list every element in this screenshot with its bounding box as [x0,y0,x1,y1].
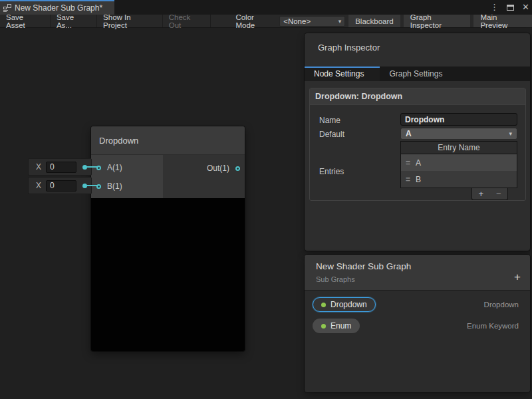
entries-list-header: Entry Name [401,142,517,154]
save-as-button[interactable]: Save As... [51,15,97,27]
port-b-value-input[interactable] [46,180,76,192]
dropdown-node[interactable]: Dropdown A(1) B(1) Out(1) [91,126,245,351]
port-b-value-widget: X [28,177,92,194]
check-out-button: Check Out [163,15,211,27]
wire-b [84,185,98,186]
property-dot-icon [321,324,326,329]
entry-row-b[interactable]: = B [401,171,517,188]
inspector-tabs: Node Settings Graph Settings [305,66,530,81]
input-port-a[interactable]: A(1) [96,163,122,172]
section-title: Dropdown: Dropdown [315,92,402,101]
default-dropdown[interactable]: A ▾ [400,128,517,140]
entry-row-a[interactable]: = A [401,154,517,171]
blackboard-toggle-button[interactable]: Blackboard [348,15,400,27]
color-mode-label: Color Mode [231,15,279,27]
remove-entry-button[interactable]: − [496,189,501,199]
input-port-b[interactable]: B(1) [96,182,122,191]
property-pill-dropdown[interactable]: Dropdown [313,297,376,312]
tab-title: New Shader Sub Graph* [15,3,102,13]
graph-inspector-toggle-button[interactable]: Graph Inspector [404,15,471,27]
node-preview [91,198,245,351]
add-entry-button[interactable]: + [478,189,483,199]
wire-a [84,166,98,168]
entries-list-footer: + − [471,188,508,200]
save-asset-button[interactable]: Save Asset [0,15,51,27]
toolbar: Save Asset Save As... Show In Project Ch… [0,15,532,28]
entries-label: Entries [319,167,344,176]
inspector-title: Graph Inspector [305,33,530,66]
main-preview-toggle-button[interactable]: Main Preview [473,15,532,27]
tab-node-settings[interactable]: Node Settings [305,66,380,81]
entries-list: Entry Name = A = B [400,141,517,188]
chevron-down-icon: ▾ [338,18,342,25]
port-a-value-input[interactable] [46,162,76,173]
property-name: Dropdown [331,300,367,309]
blackboard-subtitle: Sub Graphs [316,275,530,283]
chevron-down-icon: ▾ [509,130,512,137]
add-property-button[interactable]: + [514,271,521,283]
blackboard-panel: New Shader Sub Graph Sub Graphs + Dropdo… [305,255,530,392]
axis-x-label: X [36,162,41,172]
property-type-label: Dropdown [484,301,519,309]
toolbar-right-group: Blackboard Graph Inspector Main Preview [345,15,532,27]
port-b-label: B(1) [107,182,122,191]
entry-name: A [416,158,421,168]
property-type-label: Enum Keyword [467,322,519,330]
name-input[interactable] [400,113,517,126]
node-body: A(1) B(1) Out(1) [91,155,245,198]
port-out-icon[interactable] [235,166,240,171]
name-label: Name [319,116,340,125]
drag-handle-icon[interactable]: = [406,158,410,168]
blackboard-row-enum: Enum Enum Keyword [305,319,530,333]
show-in-project-button[interactable]: Show In Project [97,15,163,27]
port-out-label: Out(1) [207,164,229,173]
color-mode-dropdown[interactable]: <None> ▾ [279,16,345,27]
node-inputs-background [91,155,163,198]
port-a-value-widget: X [28,158,92,176]
drag-handle-icon[interactable]: = [406,175,410,184]
blackboard-title: New Shader Sub Graph [316,261,530,271]
maximize-icon[interactable] [507,5,514,11]
default-value: A [406,129,412,138]
default-label: Default [319,130,344,139]
property-pill-enum[interactable]: Enum [313,319,360,333]
shader-graph-icon [3,4,11,12]
dropdown-settings-section: Dropdown: Dropdown Name Default A ▾ Entr… [309,88,526,201]
property-name: Enum [331,321,351,331]
blackboard-row-dropdown: Dropdown Dropdown [305,297,530,312]
entry-name: B [416,175,421,184]
node-header[interactable]: Dropdown [91,126,245,155]
axis-x-label: X [36,181,41,190]
graph-inspector-panel: Graph Inspector Node Settings Graph Sett… [305,33,530,251]
color-mode-value: <None> [283,17,311,25]
property-dot-icon [321,303,326,307]
blackboard-header: New Shader Sub Graph Sub Graphs + [305,255,530,291]
node-title: Dropdown [99,136,138,146]
port-a-label: A(1) [107,163,122,172]
output-port-out[interactable]: Out(1) [207,164,240,173]
tab-graph-settings[interactable]: Graph Settings [380,66,452,81]
section-header: Dropdown: Dropdown [310,88,525,105]
